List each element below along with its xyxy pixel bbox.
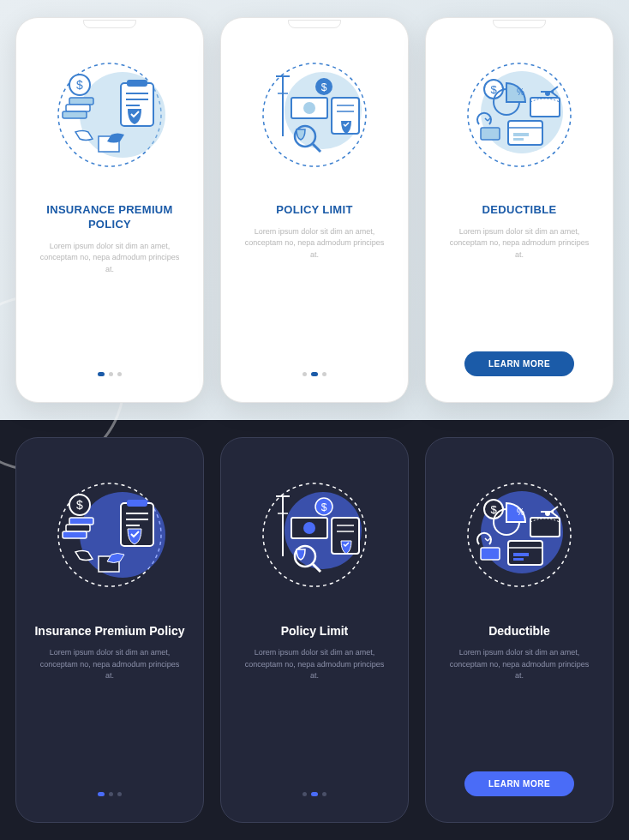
illustration-limit-dark: $ [228,445,401,608]
pagination-footer [23,275,196,395]
svg-point-19 [303,102,315,114]
dot-idle [303,372,307,376]
svg-rect-3 [127,80,147,87]
phone-mockup-dark-1: $ Insurance Premium Policy Lorem ipsum d… [15,437,204,823]
screen-description: Lorem ipsum dolor sit dim an amet, conce… [23,647,196,682]
screen-title: POLICY LIMIT [228,188,401,226]
pagination-footer [228,261,401,395]
svg-rect-10 [66,105,90,111]
screen-title: Deductible [433,608,606,647]
svg-rect-43 [127,500,147,507]
svg-text:$: $ [321,501,327,513]
cta-footer: LEARN MORE [433,261,606,395]
dot-idle [322,372,326,376]
pagination-footer [23,682,196,815]
phone-mockup-dark-3: $ % Deductible Lorem ipsum dolor sit dim… [425,437,614,823]
dot-idle [117,792,122,796]
illustration-premium-dark: $ [23,445,196,608]
screen-description: Lorem ipsum dolor sit dim an amet, conce… [228,647,401,682]
screen-title: DEDUCTIBLE [433,188,606,226]
svg-rect-39 [513,138,524,141]
svg-rect-35 [481,128,500,140]
phone-mockup-dark-2: $ Policy Limit Lorem ipsum dolor sit dim… [220,437,409,823]
screen-description: Lorem ipsum dolor sit dim an amet, conce… [23,241,196,276]
svg-point-59 [303,522,315,534]
svg-rect-50 [66,525,90,531]
svg-rect-78 [513,553,529,556]
dark-theme-section: $ Insurance Premium Policy Lorem ipsum d… [0,420,629,840]
screen-description: Lorem ipsum dolor sit dim an amet, conce… [433,647,606,682]
svg-text:%: % [517,507,524,517]
page-dots[interactable] [98,792,122,796]
svg-rect-9 [69,98,93,105]
dot-idle [109,792,113,796]
screen-description: Lorem ipsum dolor sit dim an amet, conce… [228,226,401,261]
page-dots[interactable] [303,792,326,796]
svg-rect-11 [63,111,87,118]
dot-active [311,792,318,796]
dot-idle [117,372,122,376]
dot-idle [109,372,113,376]
svg-rect-51 [63,531,87,538]
svg-text:$: $ [321,81,327,93]
svg-rect-79 [513,558,524,561]
phone-mockup-light-1: $ INSURANCE PREMIUM POLICY Lorem ipsum d… [15,17,204,403]
phone-mockup-light-2: $ POLICY LIMIT Lorem ipsum dolor sit dim… [220,17,409,403]
screen-title: Insurance Premium Policy [23,608,196,647]
svg-rect-49 [69,518,93,525]
dot-active [98,792,105,796]
screen-title: INSURANCE PREMIUM POLICY [23,188,196,241]
light-theme-section: $ INSURANCE PREMIUM POLICY Lorem ipsum d… [0,0,629,420]
screen-title: Policy Limit [228,608,401,647]
phone-mockup-light-3: $ % DEDUCTIBLE Lorem ipsum dolor sit dim… [425,17,614,403]
illustration-limit-light: $ [228,25,401,188]
pagination-footer [228,682,401,815]
dot-active [98,372,105,376]
page-dots[interactable] [98,372,122,376]
screen-description: Lorem ipsum dolor sit dim an amet, conce… [433,226,606,261]
illustration-premium-light: $ [23,25,196,188]
page-dots[interactable] [303,372,326,376]
dot-idle [303,792,307,796]
dot-idle [322,792,326,796]
learn-more-button[interactable]: LEARN MORE [464,351,574,376]
svg-rect-38 [513,133,529,136]
dot-active [311,372,318,376]
svg-text:%: % [517,87,524,97]
svg-text:$: $ [76,498,83,512]
illustration-deductible-light: $ % [433,25,606,188]
learn-more-button[interactable]: LEARN MORE [464,771,574,796]
svg-rect-75 [481,548,500,560]
svg-text:$: $ [76,78,83,92]
cta-footer: LEARN MORE [433,682,606,815]
illustration-deductible-dark: $ % [433,445,606,608]
